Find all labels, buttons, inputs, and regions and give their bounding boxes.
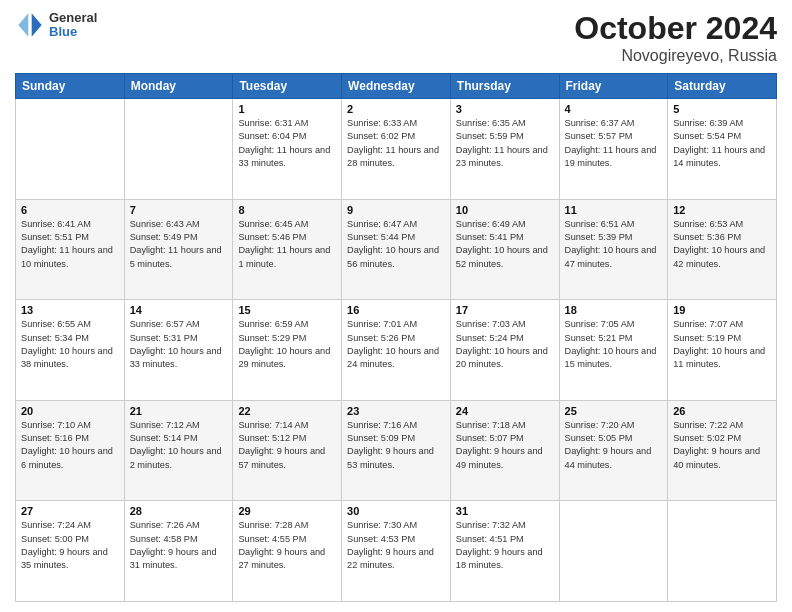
title-block: October 2024 Novogireyevo, Russia bbox=[574, 10, 777, 65]
day-info: Sunrise: 6:35 AM Sunset: 5:59 PM Dayligh… bbox=[456, 117, 554, 170]
day-info: Sunrise: 7:20 AM Sunset: 5:05 PM Dayligh… bbox=[565, 419, 663, 472]
day-number: 9 bbox=[347, 204, 445, 216]
day-number: 19 bbox=[673, 304, 771, 316]
day-number: 14 bbox=[130, 304, 228, 316]
weekday-header-sunday: Sunday bbox=[16, 74, 125, 99]
day-info: Sunrise: 6:49 AM Sunset: 5:41 PM Dayligh… bbox=[456, 218, 554, 271]
day-number: 12 bbox=[673, 204, 771, 216]
calendar-cell: 4Sunrise: 6:37 AM Sunset: 5:57 PM Daylig… bbox=[559, 99, 668, 200]
day-info: Sunrise: 7:28 AM Sunset: 4:55 PM Dayligh… bbox=[238, 519, 336, 572]
calendar-title: October 2024 bbox=[574, 10, 777, 47]
header: General Blue October 2024 Novogireyevo, … bbox=[15, 10, 777, 65]
calendar-cell: 8Sunrise: 6:45 AM Sunset: 5:46 PM Daylig… bbox=[233, 199, 342, 300]
weekday-header-thursday: Thursday bbox=[450, 74, 559, 99]
logo-general-text: General bbox=[49, 11, 97, 25]
calendar-cell: 31Sunrise: 7:32 AM Sunset: 4:51 PM Dayli… bbox=[450, 501, 559, 602]
calendar-cell: 28Sunrise: 7:26 AM Sunset: 4:58 PM Dayli… bbox=[124, 501, 233, 602]
calendar-cell: 11Sunrise: 6:51 AM Sunset: 5:39 PM Dayli… bbox=[559, 199, 668, 300]
calendar-cell: 6Sunrise: 6:41 AM Sunset: 5:51 PM Daylig… bbox=[16, 199, 125, 300]
day-info: Sunrise: 6:53 AM Sunset: 5:36 PM Dayligh… bbox=[673, 218, 771, 271]
calendar-week-3: 13Sunrise: 6:55 AM Sunset: 5:34 PM Dayli… bbox=[16, 300, 777, 401]
calendar-table: SundayMondayTuesdayWednesdayThursdayFrid… bbox=[15, 73, 777, 602]
day-info: Sunrise: 7:18 AM Sunset: 5:07 PM Dayligh… bbox=[456, 419, 554, 472]
calendar-cell: 12Sunrise: 6:53 AM Sunset: 5:36 PM Dayli… bbox=[668, 199, 777, 300]
calendar-cell: 16Sunrise: 7:01 AM Sunset: 5:26 PM Dayli… bbox=[342, 300, 451, 401]
day-info: Sunrise: 7:10 AM Sunset: 5:16 PM Dayligh… bbox=[21, 419, 119, 472]
calendar-cell: 18Sunrise: 7:05 AM Sunset: 5:21 PM Dayli… bbox=[559, 300, 668, 401]
page: General Blue October 2024 Novogireyevo, … bbox=[0, 0, 792, 612]
calendar-cell: 7Sunrise: 6:43 AM Sunset: 5:49 PM Daylig… bbox=[124, 199, 233, 300]
day-info: Sunrise: 6:31 AM Sunset: 6:04 PM Dayligh… bbox=[238, 117, 336, 170]
calendar-cell: 24Sunrise: 7:18 AM Sunset: 5:07 PM Dayli… bbox=[450, 400, 559, 501]
day-info: Sunrise: 7:32 AM Sunset: 4:51 PM Dayligh… bbox=[456, 519, 554, 572]
weekday-header-monday: Monday bbox=[124, 74, 233, 99]
day-info: Sunrise: 6:45 AM Sunset: 5:46 PM Dayligh… bbox=[238, 218, 336, 271]
day-info: Sunrise: 6:33 AM Sunset: 6:02 PM Dayligh… bbox=[347, 117, 445, 170]
day-info: Sunrise: 6:51 AM Sunset: 5:39 PM Dayligh… bbox=[565, 218, 663, 271]
day-number: 27 bbox=[21, 505, 119, 517]
day-number: 22 bbox=[238, 405, 336, 417]
weekday-header-tuesday: Tuesday bbox=[233, 74, 342, 99]
day-number: 26 bbox=[673, 405, 771, 417]
day-info: Sunrise: 7:12 AM Sunset: 5:14 PM Dayligh… bbox=[130, 419, 228, 472]
calendar-cell: 21Sunrise: 7:12 AM Sunset: 5:14 PM Dayli… bbox=[124, 400, 233, 501]
day-number: 30 bbox=[347, 505, 445, 517]
day-number: 29 bbox=[238, 505, 336, 517]
calendar-cell bbox=[124, 99, 233, 200]
calendar-cell: 26Sunrise: 7:22 AM Sunset: 5:02 PM Dayli… bbox=[668, 400, 777, 501]
weekday-header-saturday: Saturday bbox=[668, 74, 777, 99]
day-number: 2 bbox=[347, 103, 445, 115]
day-number: 15 bbox=[238, 304, 336, 316]
day-number: 1 bbox=[238, 103, 336, 115]
day-number: 7 bbox=[130, 204, 228, 216]
day-number: 31 bbox=[456, 505, 554, 517]
calendar-week-2: 6Sunrise: 6:41 AM Sunset: 5:51 PM Daylig… bbox=[16, 199, 777, 300]
calendar-week-4: 20Sunrise: 7:10 AM Sunset: 5:16 PM Dayli… bbox=[16, 400, 777, 501]
calendar-cell: 27Sunrise: 7:24 AM Sunset: 5:00 PM Dayli… bbox=[16, 501, 125, 602]
calendar-cell: 17Sunrise: 7:03 AM Sunset: 5:24 PM Dayli… bbox=[450, 300, 559, 401]
day-info: Sunrise: 7:01 AM Sunset: 5:26 PM Dayligh… bbox=[347, 318, 445, 371]
calendar-cell: 2Sunrise: 6:33 AM Sunset: 6:02 PM Daylig… bbox=[342, 99, 451, 200]
day-info: Sunrise: 6:57 AM Sunset: 5:31 PM Dayligh… bbox=[130, 318, 228, 371]
calendar-cell: 3Sunrise: 6:35 AM Sunset: 5:59 PM Daylig… bbox=[450, 99, 559, 200]
logo-blue-text: Blue bbox=[49, 25, 97, 39]
day-number: 4 bbox=[565, 103, 663, 115]
calendar-cell bbox=[559, 501, 668, 602]
day-info: Sunrise: 7:05 AM Sunset: 5:21 PM Dayligh… bbox=[565, 318, 663, 371]
day-number: 20 bbox=[21, 405, 119, 417]
svg-marker-1 bbox=[18, 13, 28, 36]
calendar-cell: 30Sunrise: 7:30 AM Sunset: 4:53 PM Dayli… bbox=[342, 501, 451, 602]
logo-text: General Blue bbox=[49, 11, 97, 40]
weekday-header-row: SundayMondayTuesdayWednesdayThursdayFrid… bbox=[16, 74, 777, 99]
svg-marker-0 bbox=[32, 13, 42, 36]
logo-icon bbox=[15, 10, 45, 40]
calendar-cell: 9Sunrise: 6:47 AM Sunset: 5:44 PM Daylig… bbox=[342, 199, 451, 300]
calendar-cell bbox=[16, 99, 125, 200]
day-number: 18 bbox=[565, 304, 663, 316]
day-number: 17 bbox=[456, 304, 554, 316]
day-info: Sunrise: 7:07 AM Sunset: 5:19 PM Dayligh… bbox=[673, 318, 771, 371]
day-number: 16 bbox=[347, 304, 445, 316]
day-info: Sunrise: 7:03 AM Sunset: 5:24 PM Dayligh… bbox=[456, 318, 554, 371]
day-number: 6 bbox=[21, 204, 119, 216]
calendar-cell: 15Sunrise: 6:59 AM Sunset: 5:29 PM Dayli… bbox=[233, 300, 342, 401]
day-number: 24 bbox=[456, 405, 554, 417]
calendar-location: Novogireyevo, Russia bbox=[574, 47, 777, 65]
calendar-cell: 10Sunrise: 6:49 AM Sunset: 5:41 PM Dayli… bbox=[450, 199, 559, 300]
day-info: Sunrise: 6:59 AM Sunset: 5:29 PM Dayligh… bbox=[238, 318, 336, 371]
day-number: 25 bbox=[565, 405, 663, 417]
day-info: Sunrise: 6:37 AM Sunset: 5:57 PM Dayligh… bbox=[565, 117, 663, 170]
calendar-cell: 14Sunrise: 6:57 AM Sunset: 5:31 PM Dayli… bbox=[124, 300, 233, 401]
calendar-cell: 5Sunrise: 6:39 AM Sunset: 5:54 PM Daylig… bbox=[668, 99, 777, 200]
day-number: 3 bbox=[456, 103, 554, 115]
day-number: 10 bbox=[456, 204, 554, 216]
day-number: 8 bbox=[238, 204, 336, 216]
calendar-cell: 25Sunrise: 7:20 AM Sunset: 5:05 PM Dayli… bbox=[559, 400, 668, 501]
day-number: 28 bbox=[130, 505, 228, 517]
calendar-cell: 20Sunrise: 7:10 AM Sunset: 5:16 PM Dayli… bbox=[16, 400, 125, 501]
calendar-cell: 23Sunrise: 7:16 AM Sunset: 5:09 PM Dayli… bbox=[342, 400, 451, 501]
day-info: Sunrise: 6:55 AM Sunset: 5:34 PM Dayligh… bbox=[21, 318, 119, 371]
calendar-week-1: 1Sunrise: 6:31 AM Sunset: 6:04 PM Daylig… bbox=[16, 99, 777, 200]
calendar-week-5: 27Sunrise: 7:24 AM Sunset: 5:00 PM Dayli… bbox=[16, 501, 777, 602]
day-info: Sunrise: 7:16 AM Sunset: 5:09 PM Dayligh… bbox=[347, 419, 445, 472]
